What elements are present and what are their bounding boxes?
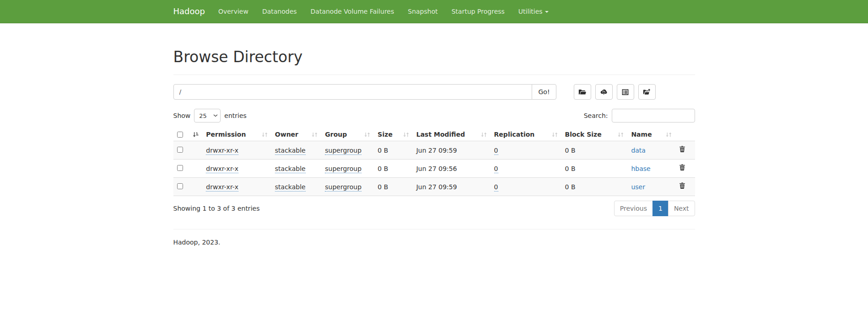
path-input[interactable] (173, 84, 533, 100)
pagination-next[interactable]: Next (669, 201, 695, 216)
last-modified-cell: Jun 27 09:56 (416, 165, 457, 172)
column-header-last-modified[interactable]: Last Modified (413, 128, 491, 141)
folder-open-icon (578, 88, 586, 96)
upload-files-button[interactable] (595, 84, 613, 100)
page-title: Browse Directory (173, 49, 695, 65)
trash-icon (679, 145, 685, 153)
go-button[interactable]: Go! (532, 84, 556, 100)
path-bar: Go! (173, 84, 695, 100)
sort-both-icon (262, 132, 268, 138)
heading-divider (173, 75, 695, 75)
column-header-name[interactable]: Name (627, 128, 675, 141)
directory-link[interactable]: data (631, 147, 646, 154)
search-label: Search: (584, 112, 608, 119)
nav-item-datanodes[interactable]: Datanodes (255, 0, 304, 23)
row-checkbox[interactable] (177, 183, 183, 189)
page-length-select[interactable]: 25 (194, 109, 221, 122)
permission-cell[interactable]: drwxr-xr-x (206, 165, 238, 173)
create-directory-button[interactable] (574, 84, 591, 100)
page-length-control: Show 25 entries (173, 109, 247, 122)
folder-move-icon (643, 88, 651, 96)
column-header-replication[interactable]: Replication (491, 128, 561, 141)
size-cell: 0 B (377, 165, 388, 172)
nav-item-snapshot[interactable]: Snapshot (401, 0, 444, 23)
search-input[interactable] (612, 109, 695, 122)
footer-divider (173, 229, 695, 229)
replication-cell[interactable]: 0 (494, 165, 498, 173)
nav-menu: Overview Datanodes Datanode Volume Failu… (211, 0, 555, 23)
replication-cell[interactable]: 0 (494, 183, 498, 192)
table-controls: Show 25 entries Search: (173, 109, 695, 122)
block-size-cell: 0 B (565, 183, 576, 191)
last-modified-cell: Jun 27 09:59 (416, 183, 457, 191)
sort-both-icon (364, 132, 370, 138)
main-content: Browse Directory Go! (167, 49, 702, 246)
cut-paste-button[interactable] (617, 84, 634, 100)
sort-ascending-icon (193, 132, 199, 138)
brand-hadoop[interactable]: Hadoop (173, 0, 211, 23)
caret-down-icon (545, 11, 549, 13)
owner-cell[interactable]: stackable (275, 165, 306, 173)
delete-button[interactable] (679, 145, 685, 153)
select-all-checkbox[interactable] (177, 132, 183, 138)
delete-button[interactable] (679, 182, 685, 189)
table-row: drwxr-xr-x stackable supergroup 0 B Jun … (173, 141, 695, 160)
column-header-select-all[interactable] (173, 128, 203, 141)
permission-cell[interactable]: drwxr-xr-x (206, 183, 238, 192)
row-checkbox[interactable] (177, 147, 183, 153)
column-header-block-size[interactable]: Block Size (561, 128, 628, 141)
pagination-page-1[interactable]: 1 (653, 201, 669, 216)
directory-link[interactable]: user (631, 183, 645, 191)
replication-cell[interactable]: 0 (494, 147, 498, 155)
move-button[interactable] (638, 84, 656, 100)
path-input-group: Go! (173, 84, 556, 100)
size-cell: 0 B (377, 183, 388, 191)
owner-cell[interactable]: stackable (275, 183, 306, 192)
sort-both-icon (481, 132, 487, 138)
sort-both-icon (666, 132, 672, 138)
pagination: Previous 1 Next (614, 201, 695, 216)
last-modified-cell: Jun 27 09:59 (416, 147, 457, 154)
group-cell[interactable]: supergroup (325, 147, 361, 155)
delete-button[interactable] (679, 164, 685, 171)
directory-table: Permission Owner (173, 128, 695, 196)
entries-label: entries (224, 112, 247, 119)
block-size-cell: 0 B (565, 147, 576, 154)
sort-both-icon (552, 132, 558, 138)
nav-item-overview[interactable]: Overview (211, 0, 255, 23)
navbar: Hadoop Overview Datanodes Datanode Volum… (0, 0, 868, 23)
footer-text: Hadoop, 2023. (173, 239, 695, 246)
column-header-group[interactable]: Group (321, 128, 374, 141)
file-action-toolbar (574, 84, 656, 100)
nav-item-utilities-dropdown[interactable]: Utilities (512, 0, 555, 23)
group-cell[interactable]: supergroup (325, 165, 361, 173)
entries-info: Showing 1 to 3 of 3 entries (173, 205, 260, 212)
sort-both-icon (312, 132, 318, 138)
permission-cell[interactable]: drwxr-xr-x (206, 147, 238, 155)
nav-item-startup-progress[interactable]: Startup Progress (445, 0, 512, 23)
nav-item-datanode-volume-failures[interactable]: Datanode Volume Failures (304, 0, 401, 23)
table-header-row: Permission Owner (173, 128, 695, 141)
sort-both-icon (403, 132, 409, 138)
column-header-actions (675, 128, 695, 141)
row-checkbox[interactable] (177, 165, 183, 171)
trash-icon (679, 164, 685, 171)
trash-icon (679, 182, 685, 189)
sort-both-icon (618, 132, 624, 138)
column-header-size[interactable]: Size (374, 128, 412, 141)
block-size-cell: 0 B (565, 165, 576, 172)
size-cell: 0 B (377, 147, 388, 154)
column-header-owner[interactable]: Owner (271, 128, 321, 141)
column-header-permission[interactable]: Permission (202, 128, 271, 141)
pagination-previous[interactable]: Previous (614, 201, 653, 216)
owner-cell[interactable]: stackable (275, 147, 306, 155)
show-label: Show (173, 112, 191, 119)
table-footer: Showing 1 to 3 of 3 entries Previous 1 N… (173, 201, 695, 216)
list-alt-icon (621, 88, 629, 96)
cloud-upload-icon (600, 88, 608, 96)
search-control: Search: (584, 109, 695, 122)
group-cell[interactable]: supergroup (325, 183, 361, 192)
directory-link[interactable]: hbase (631, 165, 650, 172)
table-row: drwxr-xr-x stackable supergroup 0 B Jun … (173, 178, 695, 196)
table-row: drwxr-xr-x stackable supergroup 0 B Jun … (173, 160, 695, 178)
